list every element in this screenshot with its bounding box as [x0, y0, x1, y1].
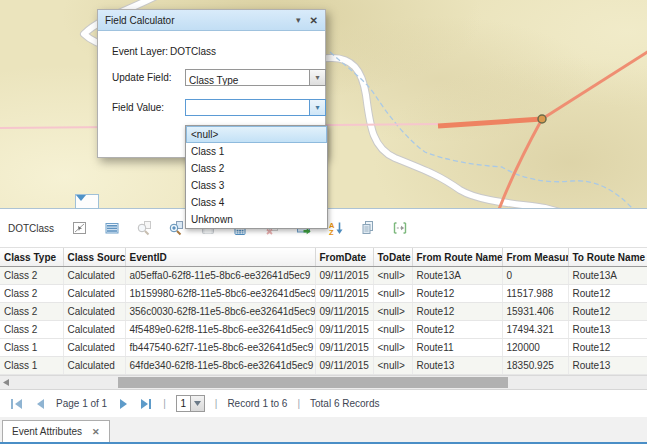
- cell[interactable]: Route12: [412, 303, 502, 321]
- go-to-column-button[interactable]: [388, 216, 412, 240]
- field-value-value: [186, 100, 309, 115]
- dropdown-option[interactable]: Class 4: [186, 194, 327, 211]
- selection-tool-button[interactable]: [68, 216, 92, 240]
- cell[interactable]: 120000: [502, 339, 568, 357]
- cell[interactable]: 0: [502, 267, 568, 285]
- cell[interactable]: <null>: [373, 357, 412, 375]
- cell[interactable]: <null>: [373, 285, 412, 303]
- column-header[interactable]: From Measure: [502, 248, 568, 267]
- column-header[interactable]: Class Type: [0, 248, 63, 267]
- cell[interactable]: <null>: [373, 321, 412, 339]
- previous-page-button[interactable]: [34, 398, 46, 410]
- column-header[interactable]: ToDate: [373, 248, 412, 267]
- cell[interactable]: a05effa0-62f8-11e5-8bc6-ee32641d5ec9: [125, 267, 315, 285]
- dropdown-option[interactable]: Unknown: [186, 211, 327, 228]
- review-records-button[interactable]: [356, 216, 380, 240]
- cell[interactable]: 64fde340-62f8-11e5-8bc6-ee32641d5ec9: [125, 357, 315, 375]
- cell[interactable]: Route13A: [412, 267, 502, 285]
- cell[interactable]: Calculated: [63, 267, 125, 285]
- dialog-titlebar[interactable]: Field Calculator ▾ ✕: [98, 10, 325, 31]
- cell[interactable]: Class 2: [0, 285, 63, 303]
- column-header[interactable]: Class Source: [63, 248, 125, 267]
- scroll-left-icon[interactable]: [3, 379, 9, 386]
- cell[interactable]: Class 2: [0, 303, 63, 321]
- dropdown-option[interactable]: Class 3: [186, 177, 327, 194]
- route-line[interactable]: [498, 119, 542, 208]
- cell[interactable]: <null>: [373, 303, 412, 321]
- collapse-table-button[interactable]: [75, 194, 99, 209]
- next-page-button[interactable]: [117, 398, 129, 410]
- cell[interactable]: 09/11/2015: [315, 321, 373, 339]
- table-row[interactable]: Class 2 Calculated 4f5489e0-62f8-11e5-8b…: [0, 321, 647, 339]
- cell[interactable]: Route12: [568, 285, 647, 303]
- cell[interactable]: Route13: [568, 357, 647, 375]
- close-icon[interactable]: ✕: [92, 427, 100, 437]
- table-row[interactable]: Class 1 Calculated fb447540-62f7-11e5-8b…: [0, 339, 647, 357]
- column-header[interactable]: EventID: [125, 248, 315, 267]
- chevron-down-icon[interactable]: ▾: [296, 15, 301, 25]
- cell[interactable]: 4f5489e0-62f8-11e5-8bc6-ee32641d5ec9: [125, 321, 315, 339]
- map-point-marker[interactable]: [538, 115, 546, 123]
- table-row[interactable]: Class 1 Calculated 64fde340-62f8-11e5-8b…: [0, 357, 647, 375]
- cell[interactable]: Route13: [412, 357, 502, 375]
- first-page-button[interactable]: [10, 398, 24, 410]
- cell[interactable]: Class 1: [0, 357, 63, 375]
- cell[interactable]: Calculated: [63, 303, 125, 321]
- cell[interactable]: 17494.321: [502, 321, 568, 339]
- chevron-down-icon[interactable]: ▾: [309, 100, 325, 115]
- table-row[interactable]: Class 2 Calculated 1b159980-62f8-11e5-8b…: [0, 285, 647, 303]
- field-value-combobox[interactable]: ▾: [185, 99, 326, 116]
- cell[interactable]: Route13: [568, 321, 647, 339]
- cell[interactable]: 11517.988: [502, 285, 568, 303]
- cell[interactable]: 09/11/2015: [315, 285, 373, 303]
- cell[interactable]: 09/11/2015: [315, 339, 373, 357]
- cell[interactable]: Route12: [412, 321, 502, 339]
- cell[interactable]: 09/11/2015: [315, 267, 373, 285]
- cell[interactable]: 09/11/2015: [315, 357, 373, 375]
- cell[interactable]: Route12: [412, 285, 502, 303]
- tab-event-attributes[interactable]: Event Attributes ✕: [2, 420, 110, 442]
- cell[interactable]: Route11: [412, 339, 502, 357]
- cell[interactable]: 09/11/2015: [315, 303, 373, 321]
- last-page-button[interactable]: [139, 398, 153, 410]
- dropdown-option[interactable]: <null>: [186, 126, 327, 143]
- route-line[interactable]: [542, 49, 647, 119]
- column-header[interactable]: From Route Name: [412, 248, 502, 267]
- column-header[interactable]: To Route Name: [568, 248, 647, 267]
- page-number-combobox[interactable]: 1: [176, 395, 205, 412]
- cell[interactable]: Calculated: [63, 285, 125, 303]
- table-row[interactable]: Class 2 Calculated a05effa0-62f8-11e5-8b…: [0, 267, 647, 285]
- chevron-down-icon[interactable]: ▾: [309, 70, 325, 85]
- chevron-down-icon[interactable]: [190, 396, 204, 411]
- cell[interactable]: Route12: [568, 339, 647, 357]
- zoom-to-selected-button[interactable]: [132, 216, 156, 240]
- table-row[interactable]: Class 2 Calculated 356c0030-62f8-11e5-8b…: [0, 303, 647, 321]
- show-all-records-button[interactable]: [100, 216, 124, 240]
- dropdown-option[interactable]: Class 1: [186, 143, 327, 160]
- cell[interactable]: Calculated: [63, 321, 125, 339]
- cell[interactable]: Class 2: [0, 267, 63, 285]
- cell[interactable]: fb447540-62f7-11e5-8bc6-ee32641d5ec9: [125, 339, 315, 357]
- route-line-selected[interactable]: [438, 119, 542, 126]
- cell[interactable]: <null>: [373, 267, 412, 285]
- cell[interactable]: Class 2: [0, 321, 63, 339]
- cell[interactable]: <null>: [373, 339, 412, 357]
- cell[interactable]: Route13A: [568, 267, 647, 285]
- close-icon[interactable]: ✕: [310, 15, 318, 26]
- cell[interactable]: Calculated: [63, 357, 125, 375]
- column-header[interactable]: FromDate: [315, 248, 373, 267]
- cell[interactable]: 356c0030-62f8-11e5-8bc6-ee32641d5ec9: [125, 303, 315, 321]
- cell[interactable]: 1b159980-62f8-11e5-8bc6-ee32641d5ec9: [125, 285, 315, 303]
- cell[interactable]: Class 1: [0, 339, 63, 357]
- cell[interactable]: 15931.406: [502, 303, 568, 321]
- dropdown-option[interactable]: Class 2: [186, 160, 327, 177]
- cell[interactable]: Route12: [568, 303, 647, 321]
- cell[interactable]: 18350.925: [502, 357, 568, 375]
- cell[interactable]: Calculated: [63, 339, 125, 357]
- scrollbar-thumb[interactable]: [118, 377, 508, 388]
- update-field-combobox[interactable]: Class Type ▾: [185, 69, 326, 86]
- table-rows-icon: [104, 220, 120, 236]
- field-calculator-dialog: Field Calculator ▾ ✕ Event Layer: DOTCla…: [97, 9, 326, 158]
- attribute-table: Class Type Class Source EventID FromDate…: [0, 248, 647, 375]
- horizontal-scrollbar[interactable]: [0, 375, 647, 389]
